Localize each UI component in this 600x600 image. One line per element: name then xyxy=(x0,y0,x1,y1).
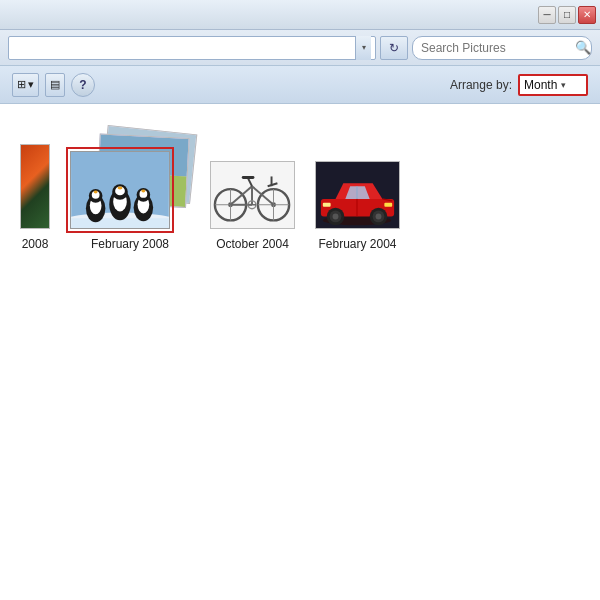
thumb-partial-wrap xyxy=(20,144,50,229)
help-button[interactable]: ? xyxy=(71,73,95,97)
refresh-button[interactable]: ↻ xyxy=(380,36,408,60)
svg-point-55 xyxy=(376,214,382,220)
svg-rect-56 xyxy=(323,203,331,207)
view-icon-2: ▤ xyxy=(50,78,60,91)
svg-rect-57 xyxy=(384,203,392,207)
thumb-bike-wrap xyxy=(210,161,295,229)
search-wrap[interactable]: 🔍 xyxy=(412,36,592,60)
address-dropdown-arrow[interactable]: ▾ xyxy=(355,36,371,60)
thumb-stack-wrap xyxy=(70,134,190,229)
svg-point-12 xyxy=(94,190,98,193)
thumb-stack xyxy=(70,134,190,229)
bike-thumb xyxy=(210,161,295,229)
list-item[interactable]: February 2008 xyxy=(70,134,190,251)
close-button[interactable]: ✕ xyxy=(578,6,596,24)
list-item[interactable]: February 2004 xyxy=(315,161,400,251)
minimize-button[interactable]: ─ xyxy=(538,6,556,24)
nature-image xyxy=(21,145,49,228)
svg-point-17 xyxy=(118,187,123,190)
view-icon-1: ⊞ xyxy=(17,78,26,91)
list-item[interactable]: 2008 xyxy=(20,144,50,251)
view-button-2[interactable]: ▤ xyxy=(45,73,65,97)
search-input[interactable] xyxy=(421,41,571,55)
partial-thumb xyxy=(20,144,50,229)
svg-point-52 xyxy=(333,214,339,220)
list-item[interactable]: October 2004 xyxy=(210,161,295,251)
address-bar: ▾ ↻ 🔍 xyxy=(0,30,600,66)
gallery-row: 2008 xyxy=(20,124,580,261)
address-input[interactable] xyxy=(13,41,355,55)
car-thumb xyxy=(315,161,400,229)
item-label: February 2008 xyxy=(91,237,169,251)
arrange-dropdown[interactable]: Month ▾ xyxy=(518,74,588,96)
view-button-1[interactable]: ⊞ ▾ xyxy=(12,73,39,97)
item-label: 2008 xyxy=(22,237,49,251)
title-bar: ─ □ ✕ xyxy=(0,0,600,30)
arrange-label: Arrange by: xyxy=(450,78,512,92)
car-scene xyxy=(316,162,399,228)
penguin-thumb xyxy=(70,151,170,229)
maximize-button[interactable]: □ xyxy=(558,6,576,24)
view-dropdown-arrow: ▾ xyxy=(28,78,34,91)
item-label: February 2004 xyxy=(318,237,396,251)
search-icon[interactable]: 🔍 xyxy=(575,40,591,55)
thumb-car-wrap xyxy=(315,161,400,229)
arrange-dropdown-arrow: ▾ xyxy=(561,80,566,90)
car-svg xyxy=(316,161,399,229)
svg-point-22 xyxy=(141,190,145,193)
main-content: 2008 xyxy=(0,104,600,600)
window-controls: ─ □ ✕ xyxy=(538,6,596,24)
bike-svg xyxy=(211,161,294,229)
bike-scene xyxy=(211,162,294,228)
penguin-scene xyxy=(71,152,169,228)
toolbar: ⊞ ▾ ▤ ? Arrange by: Month ▾ xyxy=(0,66,600,104)
address-input-wrap[interactable]: ▾ xyxy=(8,36,376,60)
item-label: October 2004 xyxy=(216,237,289,251)
arrange-value: Month xyxy=(524,78,557,92)
